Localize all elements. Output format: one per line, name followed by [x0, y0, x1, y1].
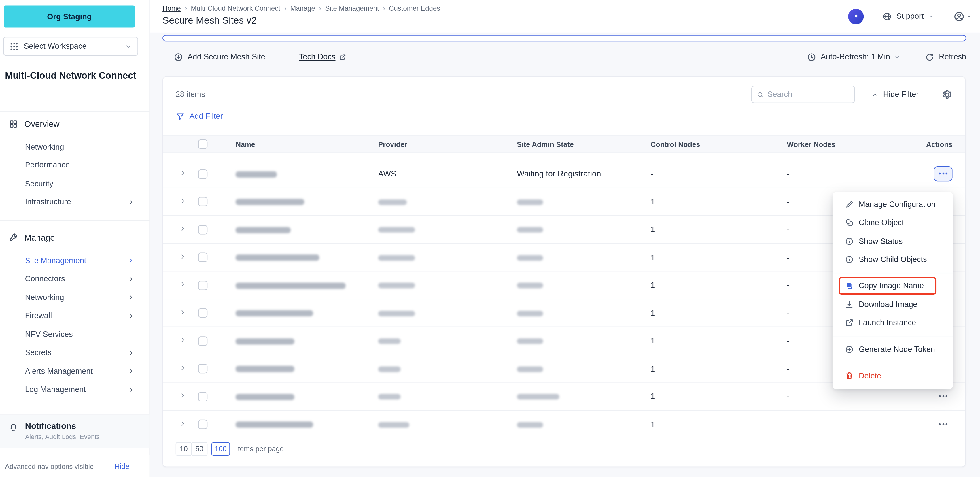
- chevron-down-icon: [894, 54, 900, 60]
- sidebar-item-nfv-services[interactable]: NFV Services: [0, 325, 150, 343]
- menu-item-launch-instance[interactable]: Launch Instance: [832, 314, 953, 332]
- topbar-actions: ✦ Support: [848, 8, 972, 25]
- row-expand-button[interactable]: [180, 309, 186, 316]
- menu-item-download-image[interactable]: Download Image: [832, 295, 953, 314]
- hide-filter-button[interactable]: Hide Filter: [872, 90, 919, 99]
- breadcrumb-item-site-management[interactable]: Site Management: [325, 4, 379, 12]
- row-expand-button[interactable]: [180, 420, 186, 427]
- assistant-button[interactable]: ✦: [848, 8, 864, 24]
- select-all-checkbox[interactable]: [198, 139, 208, 149]
- row-checkbox[interactable]: [198, 364, 208, 373]
- sidebar-item-secrets[interactable]: Secrets: [0, 343, 150, 362]
- sidebar-item-performance[interactable]: Performance: [0, 156, 150, 174]
- row-checkbox[interactable]: [198, 281, 208, 290]
- row-expand-button[interactable]: [180, 170, 186, 177]
- pencil-icon: [845, 200, 854, 209]
- sidebar-item-networking[interactable]: Networking: [0, 288, 150, 307]
- chevron-right-icon: ›: [319, 4, 321, 12]
- redacted-text: [235, 282, 346, 289]
- row-actions-button[interactable]: [934, 416, 952, 431]
- sidebar-item-alerts-management[interactable]: Alerts Management: [0, 362, 150, 380]
- row-checkbox[interactable]: [198, 420, 208, 429]
- breadcrumb: Home›Multi-Cloud Network Connect›Manage›…: [162, 4, 440, 12]
- sidebar-item-infrastructure[interactable]: Infrastructure: [0, 193, 150, 211]
- redacted-text: [517, 283, 543, 289]
- auto-refresh-dropdown[interactable]: Auto-Refresh: 1 Min: [807, 52, 900, 62]
- sidebar-section-overview[interactable]: Overview: [0, 113, 150, 135]
- row-expand-button[interactable]: [180, 225, 186, 232]
- workspace-selector[interactable]: Select Workspace: [3, 37, 138, 56]
- org-button[interactable]: Org Staging: [4, 6, 135, 28]
- sidebar: Org Staging Select Workspace Multi-Cloud…: [0, 0, 150, 477]
- column-header-name[interactable]: Name: [235, 140, 378, 148]
- row-actions-button[interactable]: [934, 166, 952, 181]
- column-header-control-nodes[interactable]: Control Nodes: [651, 140, 787, 148]
- breadcrumb-item-customer-edges[interactable]: Customer Edges: [389, 4, 440, 12]
- sidebar-item-connectors[interactable]: Connectors: [0, 270, 150, 288]
- account-menu[interactable]: [954, 11, 972, 22]
- row-expand-button[interactable]: [180, 281, 186, 288]
- row-expand-button[interactable]: [180, 364, 186, 371]
- menu-divider: [832, 362, 953, 363]
- menu-item-delete[interactable]: Delete: [832, 367, 953, 385]
- row-expand-button[interactable]: [180, 198, 186, 204]
- search-box[interactable]: [751, 86, 855, 103]
- add-button-label: Add Secure Mesh Site: [188, 53, 265, 61]
- row-checkbox[interactable]: [198, 392, 208, 402]
- menu-item-manage-configuration[interactable]: Manage Configuration: [832, 195, 953, 214]
- sidebar-section-manage[interactable]: Manage: [0, 227, 150, 249]
- menu-divider: [832, 336, 953, 337]
- plus-circle-icon: [174, 52, 183, 62]
- sidebar-item-site-management[interactable]: Site Management: [0, 251, 150, 270]
- redacted-text: [378, 283, 415, 289]
- sidebar-item-networking[interactable]: Networking: [0, 137, 150, 156]
- gear-icon[interactable]: [942, 89, 953, 100]
- breadcrumb-item-manage[interactable]: Manage: [290, 4, 315, 12]
- breadcrumb-item-home[interactable]: Home: [162, 4, 181, 12]
- page-size-100-button[interactable]: 100: [211, 442, 230, 456]
- topbar: Home›Multi-Cloud Network Connect›Manage›…: [150, 0, 980, 33]
- column-header-site-admin-state[interactable]: Site Admin State: [517, 140, 651, 148]
- page-size-50-button[interactable]: 50: [191, 442, 207, 456]
- column-header-provider[interactable]: Provider: [378, 140, 517, 148]
- row-checkbox[interactable]: [198, 169, 208, 179]
- page-size-10-button[interactable]: 10: [176, 442, 192, 456]
- pagination-options: 1050100: [176, 442, 230, 456]
- row-expand-button[interactable]: [180, 337, 186, 343]
- menu-item-copy-image-name[interactable]: Copy Image Name: [839, 277, 936, 295]
- menu-item-show-child-objects[interactable]: Show Child Objects: [832, 250, 953, 269]
- row-checkbox[interactable]: [198, 337, 208, 346]
- refresh-button[interactable]: Refresh: [925, 52, 966, 62]
- menu-divider: [832, 273, 953, 273]
- tech-docs-link[interactable]: Tech Docs: [299, 53, 346, 61]
- row-expand-button[interactable]: [180, 392, 186, 399]
- column-header-actions[interactable]: Actions: [924, 140, 953, 148]
- row-checkbox[interactable]: [198, 308, 208, 318]
- row-expand-button[interactable]: [180, 253, 186, 260]
- menu-item-show-status[interactable]: Show Status: [832, 232, 953, 250]
- column-header-worker-nodes[interactable]: Worker Nodes: [787, 140, 924, 148]
- chevron-down-icon: [125, 43, 132, 50]
- row-checkbox[interactable]: [198, 253, 208, 262]
- hide-nav-link[interactable]: Hide: [115, 462, 129, 470]
- support-menu[interactable]: Support: [883, 11, 934, 21]
- redacted-text: [235, 171, 277, 177]
- row-actions-button[interactable]: [934, 389, 952, 404]
- chevron-right-icon: [127, 294, 135, 301]
- chevron-down-icon: [966, 14, 972, 19]
- add-secure-mesh-site-button[interactable]: Add Secure Mesh Site: [174, 52, 265, 62]
- sidebar-item-firewall[interactable]: Firewall: [0, 307, 150, 325]
- row-checkbox[interactable]: [198, 197, 208, 207]
- sidebar-item-notifications[interactable]: Notifications Alerts, Audit Logs, Events: [0, 414, 150, 448]
- menu-item-clone-object[interactable]: Clone Object: [832, 214, 953, 232]
- row-checkbox[interactable]: [198, 225, 208, 235]
- globe-icon: [883, 11, 892, 21]
- chevron-right-icon: [127, 199, 135, 206]
- sidebar-item-log-management[interactable]: Log Management: [0, 380, 150, 399]
- add-filter-button[interactable]: Add Filter: [176, 112, 223, 121]
- search-input[interactable]: [767, 90, 849, 99]
- breadcrumb-item-multi-cloud-network-connect[interactable]: Multi-Cloud Network Connect: [191, 4, 280, 12]
- external-link-icon: [845, 319, 854, 327]
- sidebar-item-security[interactable]: Security: [0, 174, 150, 193]
- menu-item-generate-node-token[interactable]: Generate Node Token: [832, 340, 953, 359]
